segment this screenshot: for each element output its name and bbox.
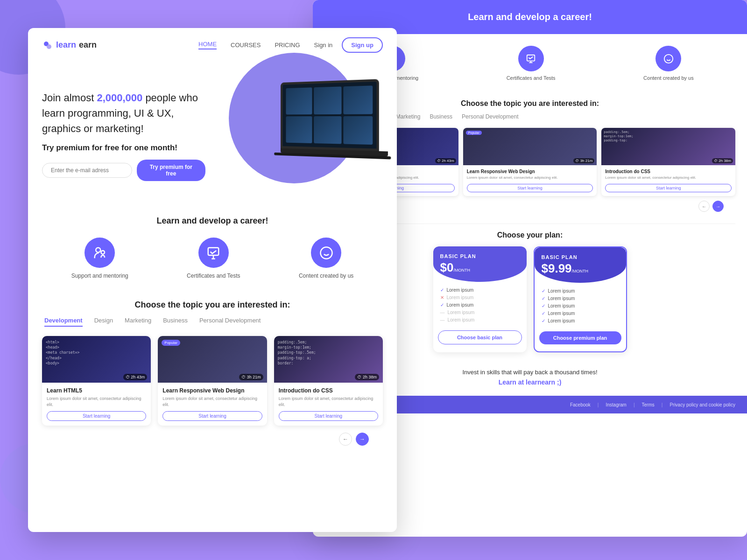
html-duration: ⏱ 2h 43m [123,374,148,380]
back-course-css: padding:.5em;margin-top:1em;padding-top:… [601,128,735,196]
plan-name-premium: BASIC PLAN [542,254,619,260]
html-title: Learn HTML5 [47,387,146,394]
feature-basic-5: — Lorem ipsum [440,317,520,322]
back-start-css[interactable]: Start learning [605,184,732,192]
css-start-btn[interactable]: Start learning [279,411,378,421]
html-desc: Lorem ipsum dolor sit amet, consectetur … [47,396,146,407]
plan-features-basic: ✓ Lorem ipsum ✕ Lorem ipsum ✓ Lorem ipsu… [433,282,527,330]
logo: learnearn [42,40,97,51]
course-thumb-css: padding:.5em;margin-top:1em;padding-top:… [274,336,383,383]
feature-support: Support and mentoring [71,238,128,279]
content-label: Content created by us [299,273,353,279]
back-next-btn[interactable]: → [712,201,724,212]
hero-form: Try premium for free [42,160,205,181]
footer-instagram[interactable]: Instagram [606,402,626,407]
choose-premium-btn[interactable]: Choose premium plan [539,331,621,344]
hero-cta: Try premium for free for one month! [42,143,205,153]
back-popular-badge: Popular [466,131,482,135]
pricing-card-basic: BASIC PLAN $0/MONTH ✓ Lorem ipsum ✕ Lore… [433,246,527,352]
responsive-start-btn[interactable]: Start learning [162,411,262,421]
back-start-responsive[interactable]: Start learning [467,184,593,192]
html-start-btn[interactable]: Start learning [47,411,146,421]
back-duration-html: ⏱ 2h 43m [435,158,456,163]
laptop-illustration [281,78,391,159]
responsive-title: Learn Responsive Web Design [162,387,262,394]
feature-content: Content created by us [299,238,353,279]
feature-premium-3: ✓ Lorem ipsum [542,303,619,308]
course-thumb-html: <html><head><meta charset=></head><body>… [42,336,151,383]
responsive-desc: Lorem ipsum dolor sit amet, consectetur … [162,396,262,407]
cta-link[interactable]: Learn at learnearn ;) [499,378,562,386]
topic-tabs: Development Design Marketing Business Pe… [42,317,383,327]
logo-icon [42,40,53,51]
tab-design[interactable]: Design [94,317,113,327]
nav-links: HOME COURSES PRICING Sign in [198,41,332,49]
feature-basic-2: ✕ Lorem ipsum [440,295,520,300]
back-tab-personal[interactable]: Personal Development [462,113,518,121]
css-desc: Lorem ipsum dolor sit amet, consectetur … [279,396,378,407]
support-icon [85,238,115,268]
prev-btn[interactable]: ← [339,433,352,446]
signup-button[interactable]: Sign up [342,37,383,53]
css-duration: ⏱ 2h 38m [355,374,379,380]
back-content-icon [655,46,681,71]
topic-section: Choose the topic you are interested in: … [28,295,397,462]
back-content-label: Content created by us [643,75,694,81]
pricing-header-basic: BASIC PLAN $0/MONTH [433,246,527,282]
course-thumb-responsive: Popular ⏱ 3h 21m [158,336,267,383]
pagination: ← → [42,426,383,453]
hero-text: Join almost 2,000,000 people who learn p… [42,76,205,181]
css-title: Introduction do CSS [279,387,378,394]
responsive-duration: ⏱ 3h 21m [239,374,263,380]
back-duration-css: ⏱ 2h 38m [712,158,733,163]
feature-premium-4: ✓ Lorem ipsum [542,311,619,316]
topic-title: Choose the topic you are interested in: [42,300,383,310]
back-course-responsive: Popular ⏱ 3h 21m Learn Responsive Web De… [463,128,597,196]
footer-terms[interactable]: Terms [642,402,655,407]
tab-development[interactable]: Development [44,317,83,327]
tab-marketing[interactable]: Marketing [125,317,151,327]
back-thumb-css: padding:.5em;margin-top:1em;padding-top:… [601,128,735,165]
plan-features-premium: ✓ Lorem ipsum ✓ Lorem ipsum ✓ Lorem ipsu… [535,283,626,331]
back-cert-label: Certificates and Tests [507,75,556,81]
content-icon [311,238,341,268]
next-btn[interactable]: → [356,433,369,446]
tab-business[interactable]: Business [163,317,188,327]
back-course-title-css: Introduction do CSS [605,169,732,174]
svg-point-9 [96,247,100,252]
features-section: Learn and develop a career! Support and … [28,202,397,295]
feature-premium-1: ✓ Lorem ipsum [542,288,619,294]
back-course-title-responsive: Learn Responsive Web Design [467,169,593,174]
back-hero-title: Learn and develop a career! [324,12,735,22]
svg-rect-11 [208,247,219,255]
svg-point-8 [47,44,51,49]
premium-btn[interactable]: Try premium for free [137,160,205,181]
plan-name-basic: BASIC PLAN [440,253,520,259]
back-prev-btn[interactable]: ← [698,201,710,212]
cert-label: Certificates and Tests [187,273,240,279]
pricing-card-premium: BASIC PLAN $9.99/MONTH ✓ Lorem ipsum ✓ L… [534,246,627,352]
email-input[interactable] [42,163,132,178]
footer-links: Facebook | Instagram | Terms | Privacy p… [570,402,735,407]
feature-basic-1: ✓ Lorem ipsum [440,287,520,293]
nav-signin[interactable]: Sign in [314,42,333,49]
footer-privacy[interactable]: Privacy policy and cookie policy [669,402,735,407]
tab-personal-dev[interactable]: Personal Development [199,317,261,327]
hero-headline: Join almost 2,000,000 people who learn p… [42,90,205,136]
back-tab-business[interactable]: Business [430,113,452,121]
choose-basic-btn[interactable]: Choose basic plan [438,330,522,344]
back-duration-responsive: ⏱ 3h 21m [573,158,594,163]
footer-facebook[interactable]: Facebook [570,402,591,407]
nav-pricing[interactable]: PRICING [275,42,300,49]
nav-courses[interactable]: COURSES [231,42,261,49]
feature-basic-3: ✓ Lorem ipsum [440,302,520,308]
back-course-desc-css: Lorem ipsum dolor sit amet, consectetur … [605,175,732,180]
back-feature-content: Content created by us [643,46,694,81]
feature-premium-5: ✓ Lorem ipsum [542,318,619,323]
feature-certificates: Certificates and Tests [187,238,240,279]
back-tab-marketing[interactable]: Marketing [396,113,421,121]
nav-home[interactable]: HOME [198,41,217,49]
features-row: Support and mentoring Certificates and T… [42,238,383,279]
back-feature-cert: Certificates and Tests [507,46,556,81]
features-title: Learn and develop a career! [42,216,383,226]
